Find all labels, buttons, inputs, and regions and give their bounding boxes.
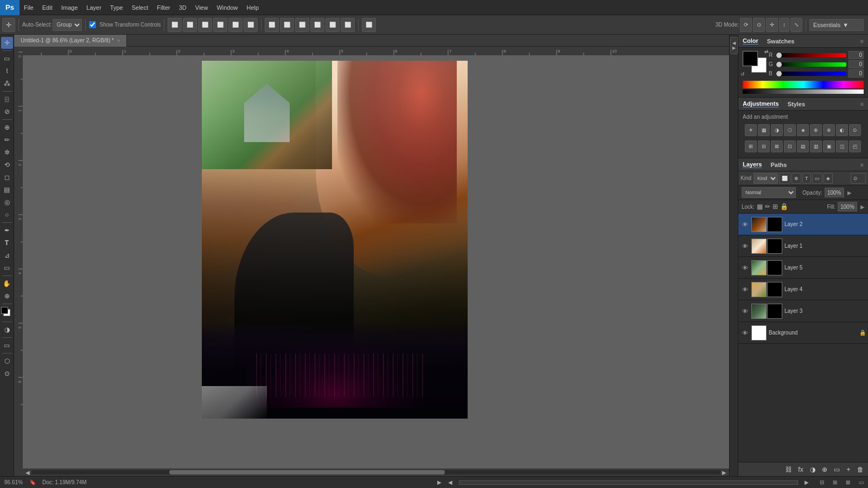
blend-mode-select[interactable]: Normal Multiply Screen Overlay	[742, 187, 796, 198]
layer2-visibility-toggle[interactable]: 👁	[741, 220, 749, 229]
menu-image[interactable]: Image	[57, 0, 82, 15]
healing-tool[interactable]: ⊕	[1, 121, 13, 133]
3d-camera-btn[interactable]: ⊙	[1, 368, 13, 380]
layer3-visibility-toggle[interactable]: 👁	[741, 307, 749, 316]
status-timeline-btn[interactable]: ▶	[437, 479, 442, 485]
invert-btn[interactable]: ⊠	[771, 140, 783, 152]
kind-filter-select[interactable]: Kind	[754, 173, 778, 184]
screen-mode-btn[interactable]: ▭	[1, 339, 13, 351]
align-top-btn[interactable]: ⬜	[213, 18, 227, 32]
eyedropper-tool[interactable]: ⊘	[1, 106, 13, 118]
gradient-map-btn[interactable]: ▥	[810, 140, 822, 152]
layer4-visibility-toggle[interactable]: 👁	[741, 285, 749, 294]
crop-tool[interactable]: ⌹	[1, 93, 13, 105]
color-spectrum-strip[interactable]	[743, 81, 864, 88]
vibrance-btn[interactable]: ◈	[797, 124, 809, 136]
tab-close-btn[interactable]: ×	[117, 38, 120, 43]
menu-edit[interactable]: Edit	[38, 0, 57, 15]
gradient-tool[interactable]: ▤	[1, 184, 13, 196]
status-scroll-right[interactable]: ▶	[805, 479, 809, 485]
h-scroll-thumb[interactable]	[169, 470, 445, 474]
color-lookup-btn[interactable]: ⊟	[758, 140, 770, 152]
color-swatches[interactable]	[1, 307, 13, 319]
fill-arrow[interactable]: ▶	[860, 204, 865, 210]
levels-btn[interactable]: ▦	[758, 124, 770, 136]
align-center-v-btn[interactable]: ⬜	[228, 18, 242, 32]
layers-panel-options-btn[interactable]: ≡	[860, 162, 864, 168]
move-tool[interactable]: ✛	[1, 37, 13, 49]
text-tool[interactable]: T	[1, 237, 13, 249]
foreground-color-swatch[interactable]	[743, 51, 758, 66]
b-value-input[interactable]: 0	[848, 69, 864, 78]
channel-mixer-btn[interactable]: ⊞	[745, 140, 757, 152]
reset-colors-btn[interactable]: ↺	[741, 72, 745, 77]
distribute-right-btn[interactable]: ⬜	[295, 18, 309, 32]
r-slider[interactable]	[776, 53, 846, 57]
auto-select-dropdown[interactable]: Group Layer	[53, 19, 82, 31]
new-fill-adjustment-btn[interactable]: ⊕	[819, 464, 830, 475]
lock-pixels-btn[interactable]: ▦	[757, 203, 763, 210]
layer1-visibility-toggle[interactable]: 👁	[741, 242, 749, 251]
clone-tool[interactable]: ✲	[1, 146, 13, 158]
type-filter-btn[interactable]: T	[802, 173, 811, 184]
menu-help[interactable]: Help	[242, 0, 264, 15]
fill-input[interactable]	[838, 202, 857, 211]
styles-panel-tab[interactable]: Styles	[788, 101, 805, 107]
status-scroll-left[interactable]: ◀	[448, 479, 452, 485]
exposure-btn[interactable]: ⬡	[784, 124, 796, 136]
align-left-btn[interactable]: ⬜	[168, 18, 182, 32]
mask-mode-btn[interactable]: ◑	[1, 324, 13, 336]
3d-orbit-btn[interactable]: ⟳	[740, 18, 752, 32]
grayscale-strip[interactable]	[743, 89, 864, 94]
r-value-input[interactable]: 0	[848, 51, 864, 59]
h-scrollbar[interactable]: ◀ ▶	[23, 468, 729, 476]
lasso-tool[interactable]: ⌇	[1, 65, 13, 77]
layer5-visibility-toggle[interactable]: 👁	[741, 264, 749, 272]
g-value-input[interactable]: 0	[848, 60, 864, 68]
wand-tool[interactable]: ⁂	[1, 78, 13, 89]
status-info-icon[interactable]: 🔖	[29, 479, 36, 485]
canvas-viewport[interactable]: ◀ ▶	[14, 47, 729, 476]
3d-pan-btn[interactable]: ✛	[766, 18, 778, 32]
scroll-right-btn[interactable]: ▶	[720, 468, 728, 476]
new-group-btn[interactable]: ▭	[831, 464, 842, 475]
menu-file[interactable]: File	[20, 0, 38, 15]
3d-slide-btn[interactable]: ↕	[779, 18, 789, 32]
shape-tool[interactable]: ▭	[1, 262, 13, 274]
curves-btn[interactable]: ◑	[771, 124, 783, 136]
layer-item-layer1[interactable]: 👁 Layer 1	[738, 235, 868, 257]
posterize-btn[interactable]: ⊡	[784, 140, 796, 152]
lock-all-btn[interactable]: 🔒	[780, 203, 788, 210]
history-tool[interactable]: ⟲	[1, 159, 13, 171]
layer-item-layer5[interactable]: 👁 Layer 5	[738, 257, 868, 279]
selective-color-btn[interactable]: ▣	[823, 140, 835, 152]
b-slider[interactable]	[776, 72, 846, 76]
3d-scale-btn[interactable]: ⤡	[790, 18, 802, 32]
smart-filter-btn[interactable]: ◈	[824, 173, 833, 184]
blur-tool[interactable]: ◎	[1, 196, 13, 208]
photo-filter-btn[interactable]: ⊙	[849, 124, 861, 136]
opacity-input[interactable]	[825, 188, 844, 197]
marquee-tool[interactable]: ▭	[1, 53, 13, 65]
3d-object-btn[interactable]: ⬡	[1, 355, 13, 367]
menu-select[interactable]: Select	[127, 0, 153, 15]
align-right-btn[interactable]: ⬜	[198, 18, 212, 32]
adjustments-panel-tab[interactable]: Adjustments	[743, 100, 779, 107]
status-close[interactable]: ⊠	[846, 479, 850, 485]
align-center-h-btn[interactable]: ⬜	[183, 18, 197, 32]
swap-colors-btn[interactable]: ⇄	[764, 49, 769, 54]
3d-roll-btn[interactable]: ⊙	[753, 18, 765, 32]
dodge-tool[interactable]: ○	[1, 209, 13, 221]
color-panel-options-btn[interactable]: ≡	[860, 38, 864, 44]
pixel-filter-btn[interactable]: ⬜	[779, 173, 790, 184]
menu-type[interactable]: Type	[106, 0, 127, 15]
h-scroll-track[interactable]	[31, 470, 720, 474]
workspace-selector[interactable]: Essentials ▼	[809, 19, 864, 31]
distribute-v-btn[interactable]: ⬜	[326, 18, 340, 32]
adjustments-panel-options-btn[interactable]: ≡	[860, 101, 864, 107]
delete-layer-btn[interactable]: 🗑	[855, 464, 866, 475]
bw-btn[interactable]: ◐	[836, 124, 848, 136]
gradient-fill-btn[interactable]: ◰	[849, 140, 861, 152]
layers-panel-tab[interactable]: Layers	[743, 161, 762, 168]
solid-color-btn[interactable]: ◫	[836, 140, 848, 152]
